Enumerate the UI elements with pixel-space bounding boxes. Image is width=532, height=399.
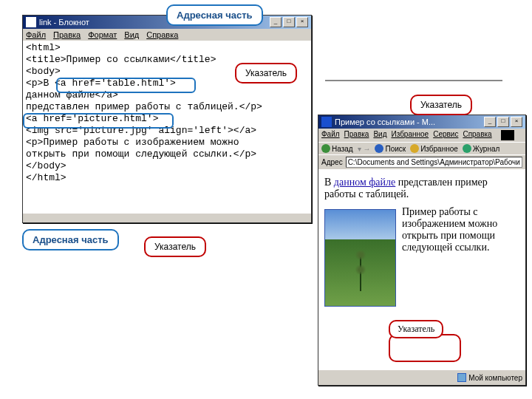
search-label: Поиск bbox=[385, 145, 406, 153]
menu-help[interactable]: Справка bbox=[146, 30, 178, 39]
menu-file[interactable]: Файл bbox=[26, 30, 46, 39]
computer-icon bbox=[457, 373, 466, 382]
maximize-button[interactable]: □ bbox=[497, 117, 509, 127]
code-line-7: <img src='picture.jpg' align='left'></a> bbox=[26, 125, 256, 136]
callout-address-2: Адресная часть bbox=[22, 229, 119, 250]
code-line-3: <p>В <a href='table.html'> bbox=[26, 78, 176, 89]
back-icon bbox=[321, 144, 330, 153]
code-line-5: представлен пример работы с таблицей.</p… bbox=[26, 101, 262, 112]
ie-icon bbox=[321, 117, 332, 127]
browser-toolbar: Назад ▾ → Поиск Избранное Журнал bbox=[318, 142, 525, 154]
bmenu-fav[interactable]: Избранное bbox=[391, 130, 429, 140]
callout-address-2-label: Адресная часть bbox=[33, 234, 109, 245]
minimize-button[interactable]: _ bbox=[484, 117, 496, 127]
address-input[interactable] bbox=[346, 157, 522, 168]
bmenu-help[interactable]: Справка bbox=[463, 130, 491, 140]
menu-format[interactable]: Формат bbox=[88, 30, 117, 39]
callout-address-1: Адресная часть bbox=[166, 4, 263, 26]
maximize-button[interactable]: □ bbox=[283, 17, 295, 27]
notepad-window: link - Блокнот _ □ × Файл Правка Формат … bbox=[22, 15, 312, 223]
callout-pointer-4-label: Указатель bbox=[398, 324, 434, 334]
code-line-0: <html> bbox=[26, 42, 61, 53]
callout-pointer-4: Указатель bbox=[389, 320, 443, 338]
menu-view[interactable]: Вид bbox=[124, 30, 139, 39]
callout-pointer-1-label: Указатель bbox=[245, 68, 287, 78]
status-bar: Мой компьютер bbox=[318, 369, 525, 385]
slide-divider bbox=[325, 80, 502, 81]
window-buttons: _ □ × bbox=[270, 17, 308, 27]
browser-window: Пример со ссылками - M... _ □ × Файл Пра… bbox=[318, 115, 526, 386]
browser-content: В данном файле представлен пример работы… bbox=[318, 169, 525, 369]
browser-titlebar: Пример со ссылками - M... _ □ × bbox=[318, 115, 525, 129]
fav-icon bbox=[410, 144, 419, 153]
search-button[interactable]: Поиск bbox=[375, 144, 406, 153]
callout-address-1-label: Адресная часть bbox=[177, 10, 253, 21]
bmenu-view[interactable]: Вид bbox=[373, 130, 386, 140]
journal-label: Журнал bbox=[473, 145, 500, 153]
callout-pointer-2: Указатель bbox=[144, 236, 206, 257]
fav-label: Избранное bbox=[420, 145, 458, 153]
bmenu-service[interactable]: Сервис bbox=[433, 130, 458, 140]
body-prefix: В bbox=[324, 177, 334, 188]
ie-logo bbox=[501, 130, 514, 140]
notepad-menubar: Файл Правка Формат Вид Справка bbox=[23, 29, 311, 41]
back-label: Назад bbox=[332, 145, 353, 153]
link-table[interactable]: данном файле bbox=[334, 177, 395, 188]
code-line-11: </html> bbox=[26, 172, 66, 183]
minimize-button[interactable]: _ bbox=[270, 17, 282, 27]
search-icon bbox=[375, 144, 383, 153]
code-line-2: <body> bbox=[26, 66, 61, 77]
callout-pointer-3: Указатель bbox=[410, 95, 472, 115]
menu-edit[interactable]: Правка bbox=[53, 30, 81, 39]
back-button[interactable]: Назад bbox=[321, 144, 353, 153]
address-bar: Адрес bbox=[318, 154, 525, 169]
callout-pointer-3-label: Указатель bbox=[420, 100, 462, 110]
code-line-6: <a href='picture.html'> bbox=[26, 113, 158, 124]
close-button[interactable]: × bbox=[296, 17, 308, 27]
code-line-9: открыть при помощи следующей ссылки.</p> bbox=[26, 149, 256, 160]
code-line-4: данном файле</a> bbox=[26, 89, 118, 100]
body-p2: Пример работы с изображением можно откры… bbox=[402, 206, 497, 253]
bmenu-file[interactable]: Файл bbox=[321, 130, 340, 140]
code-line-10: </body> bbox=[26, 160, 66, 171]
journal-button[interactable]: Журнал bbox=[463, 144, 500, 153]
callout-pointer-1: Указатель bbox=[235, 63, 297, 83]
bmenu-edit[interactable]: Правка bbox=[344, 130, 369, 140]
close-button[interactable]: × bbox=[511, 117, 522, 127]
window-buttons: _ □ × bbox=[484, 117, 522, 127]
picture-image bbox=[324, 209, 396, 307]
browser-title: Пример со ссылками - M... bbox=[335, 117, 435, 126]
address-label: Адрес bbox=[321, 158, 343, 166]
code-line-8: <p>Пример работы с изображением можно bbox=[26, 137, 239, 148]
notepad-title: link - Блокнот bbox=[39, 18, 89, 27]
status-text: Мой компьютер bbox=[468, 374, 522, 382]
journal-icon bbox=[463, 144, 471, 153]
browser-menubar: Файл Правка Вид Избранное Сервис Справка bbox=[318, 129, 525, 142]
code-line-1: <title>Пример со ссылками</title> bbox=[26, 54, 216, 65]
callout-pointer-2-label: Указатель bbox=[154, 242, 196, 252]
notepad-icon bbox=[26, 17, 36, 27]
favorites-button[interactable]: Избранное bbox=[410, 144, 458, 153]
